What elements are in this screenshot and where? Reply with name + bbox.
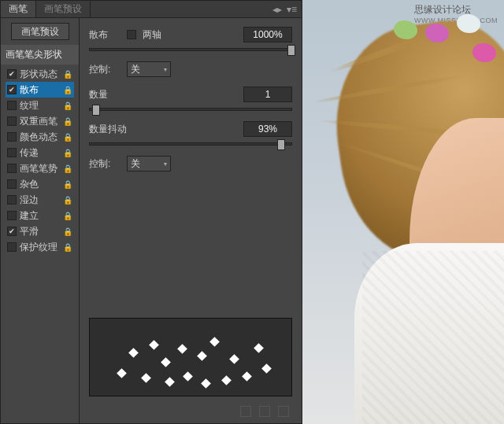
sidebar-option-0[interactable]: 形状动态🔒 <box>6 66 74 82</box>
lock-icon[interactable]: 🔒 <box>63 212 72 220</box>
option-checkbox[interactable] <box>7 227 17 236</box>
option-checkbox[interactable] <box>7 85 17 94</box>
control2-label: 控制: <box>89 157 120 171</box>
collapse-icon[interactable]: ◂▸ <box>272 4 282 15</box>
option-label: 颜色动态 <box>20 131 57 144</box>
scatter-slider[interactable] <box>89 48 292 51</box>
lock-icon[interactable]: 🔒 <box>63 180 72 189</box>
option-checkbox[interactable] <box>7 148 17 157</box>
option-label: 散布 <box>20 83 39 97</box>
option-label: 保护纹理 <box>20 241 57 254</box>
sidebar-option-2[interactable]: 纹理🔒 <box>6 98 74 113</box>
count-jitter-label: 数量抖动 <box>89 123 133 136</box>
option-label: 纹理 <box>20 99 39 112</box>
sidebar-option-11[interactable]: 保护纹理🔒 <box>6 239 74 255</box>
scatter-value-input[interactable]: 1000% <box>243 27 292 42</box>
count-label: 数量 <box>89 88 120 101</box>
chevron-down-icon: ▾ <box>164 160 167 168</box>
lock-icon[interactable]: 🔒 <box>63 86 72 94</box>
lock-icon[interactable]: 🔒 <box>63 117 72 126</box>
brush-panel: 画笔 画笔预设 ◂▸ ▾≡ 画笔预设 画笔笔尖形状 形状动态🔒散布🔒纹理🔒双重画… <box>0 0 302 424</box>
sidebar-option-4[interactable]: 颜色动态🔒 <box>6 129 74 145</box>
option-checkbox[interactable] <box>7 132 17 142</box>
sidebar-option-9[interactable]: 建立🔒 <box>6 208 74 223</box>
control-label: 控制: <box>89 63 120 76</box>
scatter-control-select[interactable]: 关 ▾ <box>127 61 171 77</box>
count-jitter-value-input[interactable]: 93% <box>243 121 292 137</box>
toggle-icon[interactable] <box>240 406 251 417</box>
option-checkbox[interactable] <box>7 69 17 79</box>
lock-icon[interactable]: 🔒 <box>63 133 72 142</box>
watermark-text: 思缘设计论坛 <box>414 4 471 15</box>
lock-icon[interactable]: 🔒 <box>63 196 72 205</box>
option-checkbox[interactable] <box>7 242 17 252</box>
count-jitter-control-value: 关 <box>131 157 140 171</box>
brush-presets-button[interactable]: 画笔预设 <box>11 23 69 40</box>
scatter-label: 散布 <box>89 28 120 42</box>
brush-preview <box>89 318 292 396</box>
sidebar-option-10[interactable]: 平滑🔒 <box>6 223 74 239</box>
count-slider[interactable] <box>89 108 292 111</box>
option-label: 形状动态 <box>20 68 57 81</box>
flower-white <box>457 14 480 33</box>
lock-icon[interactable]: 🔒 <box>63 149 72 157</box>
option-label: 画笔笔势 <box>20 162 57 175</box>
sidebar-option-8[interactable]: 湿边🔒 <box>6 192 74 208</box>
option-label: 湿边 <box>20 194 39 207</box>
count-jitter-control-select[interactable]: 关 ▾ <box>127 156 171 171</box>
flower-pink <box>472 43 496 62</box>
chevron-down-icon: ▾ <box>164 66 167 73</box>
option-checkbox[interactable] <box>7 195 17 205</box>
option-checkbox[interactable] <box>7 164 17 173</box>
panel-footer-icons <box>89 404 292 418</box>
panel-titlebar: 画笔 画笔预设 ◂▸ ▾≡ <box>1 1 302 18</box>
option-checkbox[interactable] <box>7 179 17 189</box>
sidebar-option-6[interactable]: 画笔笔势🔒 <box>6 160 74 176</box>
lock-icon[interactable]: 🔒 <box>63 164 72 173</box>
option-label: 杂色 <box>20 178 39 191</box>
lock-icon[interactable]: 🔒 <box>63 243 72 252</box>
both-axes-label: 两轴 <box>143 28 161 42</box>
trash-icon[interactable] <box>278 406 289 417</box>
tab-brush-presets[interactable]: 画笔预设 <box>36 1 91 17</box>
flower-pink <box>425 24 449 42</box>
new-preset-icon[interactable] <box>259 406 270 417</box>
option-checkbox[interactable] <box>7 116 17 126</box>
scatter-control-value: 关 <box>131 63 140 76</box>
count-jitter-slider[interactable] <box>89 142 292 146</box>
sidebar-option-7[interactable]: 杂色🔒 <box>6 176 74 192</box>
lock-icon[interactable]: 🔒 <box>63 70 72 79</box>
option-label: 传递 <box>20 146 39 160</box>
count-value-input[interactable]: 1 <box>243 87 292 102</box>
sidebar-option-3[interactable]: 双重画笔🔒 <box>6 113 74 129</box>
both-axes-checkbox[interactable] <box>127 30 136 39</box>
option-label: 平滑 <box>20 225 39 238</box>
settings-main: 散布 两轴 1000% 控制: 关 ▾ 数量 1 数量抖 <box>80 18 302 423</box>
dress-shape <box>354 243 504 424</box>
lock-icon[interactable]: 🔒 <box>63 101 72 110</box>
menu-icon[interactable]: ▾≡ <box>287 4 297 15</box>
image-canvas: 思缘设计论坛 WWW.MISSYUAN.COM <box>302 0 504 424</box>
option-label: 建立 <box>20 209 39 223</box>
sidebar-option-5[interactable]: 传递🔒 <box>6 145 74 160</box>
lock-icon[interactable]: 🔒 <box>63 227 72 236</box>
option-label: 双重画笔 <box>20 115 57 128</box>
brush-sidebar: 画笔预设 画笔笔尖形状 形状动态🔒散布🔒纹理🔒双重画笔🔒颜色动态🔒传递🔒画笔笔势… <box>1 18 80 423</box>
brush-tip-shape-header[interactable]: 画笔笔尖形状 <box>1 45 79 65</box>
tab-brush[interactable]: 画笔 <box>1 1 36 17</box>
sidebar-option-1[interactable]: 散布🔒 <box>6 82 74 98</box>
option-checkbox[interactable] <box>7 101 17 110</box>
flower-green <box>394 20 417 39</box>
option-checkbox[interactable] <box>7 211 17 220</box>
